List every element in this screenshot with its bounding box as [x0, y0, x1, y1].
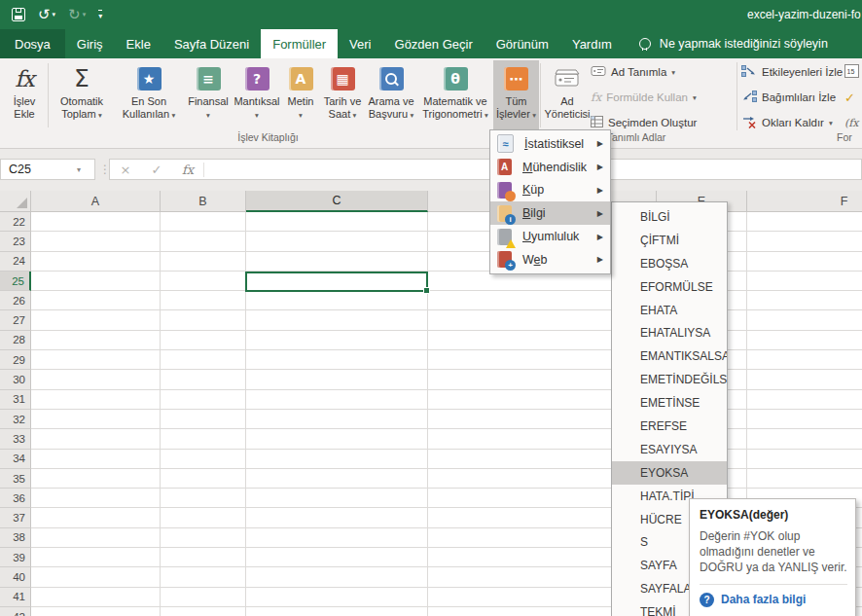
- row-cells[interactable]: [31, 390, 862, 410]
- selected-cell-C25[interactable]: [245, 272, 428, 292]
- row-header-30[interactable]: 30: [0, 370, 31, 389]
- sheet-row-25: 25: [0, 272, 862, 291]
- row-header-39[interactable]: 39: [0, 548, 31, 567]
- function-item-EMETİNDEĞİLSE[interactable]: EMETİNDEĞİLSE: [612, 368, 727, 391]
- row-header-34[interactable]: 34: [0, 450, 31, 469]
- function-item-EYOKSA[interactable]: EYOKSA: [612, 461, 727, 485]
- row-cells[interactable]: [31, 291, 862, 310]
- ad-yoneticisi-icon: [553, 64, 582, 92]
- row-cells[interactable]: [31, 252, 862, 272]
- function-item-ESAYIYSA[interactable]: ESAYIYSA: [612, 438, 727, 461]
- ribbon-button-evaluate-formula[interactable]: (fx: [844, 112, 862, 133]
- row-cells[interactable]: [31, 310, 862, 330]
- row-cells[interactable]: [31, 212, 862, 232]
- column-header-A[interactable]: A: [31, 191, 161, 212]
- row-header-40[interactable]: 40: [0, 567, 31, 587]
- tab-giriş[interactable]: Giriş: [65, 29, 115, 58]
- ribbon-button-metin[interactable]: AMetin▾: [281, 60, 320, 130]
- tab-sayfa-düzeni[interactable]: Sayfa Düzeni: [162, 29, 261, 58]
- row-cells[interactable]: [31, 429, 862, 449]
- ribbon-button-islev-ekle[interactable]: fxİşlevEkle: [2, 60, 47, 130]
- row-header-31[interactable]: 31: [0, 390, 31, 410]
- function-item-EREFSE[interactable]: EREFSE: [612, 415, 727, 438]
- row-header-22[interactable]: 22: [0, 212, 31, 232]
- row-header-24[interactable]: 24: [0, 252, 31, 272]
- tell-me-box[interactable]: Ne yapmak istediğinizi söyleyin: [639, 29, 828, 58]
- row-header-38[interactable]: 38: [0, 528, 31, 548]
- ribbon-button-arama-ve-basvuru[interactable]: Arama veBaşvuru ▾: [365, 60, 417, 130]
- function-item-EFORMÜLSE[interactable]: EFORMÜLSE: [612, 275, 727, 299]
- tab-dosya[interactable]: Dosya: [0, 29, 65, 58]
- ribbon-button-oklari-kaldir[interactable]: Okları Kaldır▾: [741, 112, 860, 133]
- name-box-dropdown-icon[interactable]: ▾: [77, 165, 94, 174]
- row-header-35[interactable]: 35: [0, 469, 31, 489]
- button-label: Mantıksal▾: [233, 95, 279, 122]
- function-item-EHATA[interactable]: EHATA: [612, 299, 727, 322]
- function-item-ÇİFTMİ[interactable]: ÇİFTMİ: [612, 229, 727, 252]
- ribbon-button-tum-islevler[interactable]: ⋯Tümİşlevler ▾: [493, 60, 539, 130]
- function-item-EHATALIYSA[interactable]: EHATALIYSA: [612, 321, 727, 344]
- menu-item-cube[interactable]: Küp▶: [490, 179, 610, 202]
- ribbon-button-ad-yoneticisi[interactable]: AdYöneticisi: [542, 60, 593, 130]
- row-cells[interactable]: [31, 410, 862, 429]
- ribbon-button-mantiksal[interactable]: ?Mantıksal▾: [233, 60, 281, 130]
- tab-formüller[interactable]: Formüller: [261, 29, 338, 58]
- row-header-41[interactable]: 41: [0, 588, 31, 607]
- row-header-28[interactable]: 28: [0, 331, 31, 350]
- row-cells[interactable]: [31, 272, 862, 291]
- ribbon-button-error-checking[interactable]: ✓: [844, 87, 862, 108]
- function-item-EMETİNSE[interactable]: EMETİNSE: [612, 391, 727, 415]
- row-cells[interactable]: [31, 450, 862, 469]
- ribbon-button-matematik-ve-trigonometri[interactable]: θMatematik veTrigonometri ▾: [417, 60, 493, 130]
- row-header-26[interactable]: 26: [0, 291, 31, 310]
- row-header-36[interactable]: 36: [0, 489, 31, 508]
- customize-qat-icon[interactable]: ▾: [98, 10, 102, 20]
- row-header-29[interactable]: 29: [0, 350, 31, 370]
- row-header-37[interactable]: 37: [0, 508, 31, 527]
- menu-item-info[interactable]: iBilgi▶: [490, 201, 610, 225]
- ribbon-button-ad-tanimla[interactable]: Ad Tanımla▾: [591, 61, 735, 83]
- undo-icon[interactable]: ↺▾: [38, 8, 55, 22]
- row-header-32[interactable]: 32: [0, 410, 31, 429]
- menu-item-stat[interactable]: ≈İstatistiksel▶: [490, 132, 610, 156]
- button-label: OtomatikToplam ▾: [60, 95, 103, 122]
- function-item-BİLGİ[interactable]: BİLGİ: [612, 205, 727, 229]
- row-cells[interactable]: [31, 232, 862, 251]
- ribbon-button-show-formulas[interactable]: 15: [844, 61, 862, 83]
- column-header-C[interactable]: C: [246, 191, 428, 212]
- row-header-27[interactable]: 27: [0, 310, 31, 330]
- select-all-corner[interactable]: [0, 191, 31, 212]
- menu-item-compat[interactable]: Uyumluluk▶: [490, 225, 610, 248]
- grid-icon: [591, 116, 603, 129]
- ribbon-button-en-son-kullanilan[interactable]: ★En SonKullanılan ▾: [114, 60, 184, 130]
- function-item-EBOŞSA[interactable]: EBOŞSA: [612, 252, 727, 275]
- ribbon-button-secimden-olustur[interactable]: Seçimden Oluştur: [591, 112, 735, 133]
- tab-veri[interactable]: Veri: [338, 29, 382, 58]
- tab-görünüm[interactable]: Görünüm: [485, 29, 560, 58]
- row-cells[interactable]: [31, 350, 862, 370]
- row-header-25[interactable]: 25: [0, 272, 31, 291]
- insert-function-icon[interactable]: fx: [172, 163, 204, 177]
- ribbon-button-finansal[interactable]: ≡Finansal▾: [184, 60, 233, 130]
- tooltip-help-link[interactable]: ? Daha fazla bilgi: [700, 593, 847, 607]
- menu-item-web[interactable]: +Web▶: [490, 248, 610, 272]
- name-box[interactable]: C25 ▾: [0, 159, 95, 180]
- row-header-23[interactable]: 23: [0, 232, 31, 251]
- column-header-F[interactable]: F: [747, 191, 862, 212]
- column-header-B[interactable]: B: [161, 191, 246, 212]
- menu-item-eng[interactable]: AMühendislik▶: [490, 156, 610, 179]
- row-header-33[interactable]: 33: [0, 429, 31, 449]
- ribbon-button-bagimlilari-izle[interactable]: Bağımlıları İzle: [741, 87, 860, 108]
- ribbon-button-otomatik-toplam[interactable]: ΣOtomatikToplam ▾: [50, 60, 114, 130]
- row-cells[interactable]: [31, 469, 862, 489]
- ribbon-button-tarih-ve-saat[interactable]: ▦Tarih veSaat ▾: [320, 60, 365, 130]
- tab-gözden-geçir[interactable]: Gözden Geçir: [383, 29, 485, 58]
- tab-ekle[interactable]: Ekle: [115, 29, 162, 58]
- row-cells[interactable]: [31, 370, 862, 389]
- function-item-EMANTIKSALSA[interactable]: EMANTIKSALSA: [612, 344, 727, 368]
- row-cells[interactable]: [31, 331, 862, 350]
- ribbon-button-etkileyenleri-izle[interactable]: Etkileyenleri İzle: [741, 61, 860, 83]
- save-icon[interactable]: [12, 8, 25, 21]
- row-header-42[interactable]: 42: [0, 607, 31, 616]
- tab-yardım[interactable]: Yardım: [560, 29, 624, 58]
